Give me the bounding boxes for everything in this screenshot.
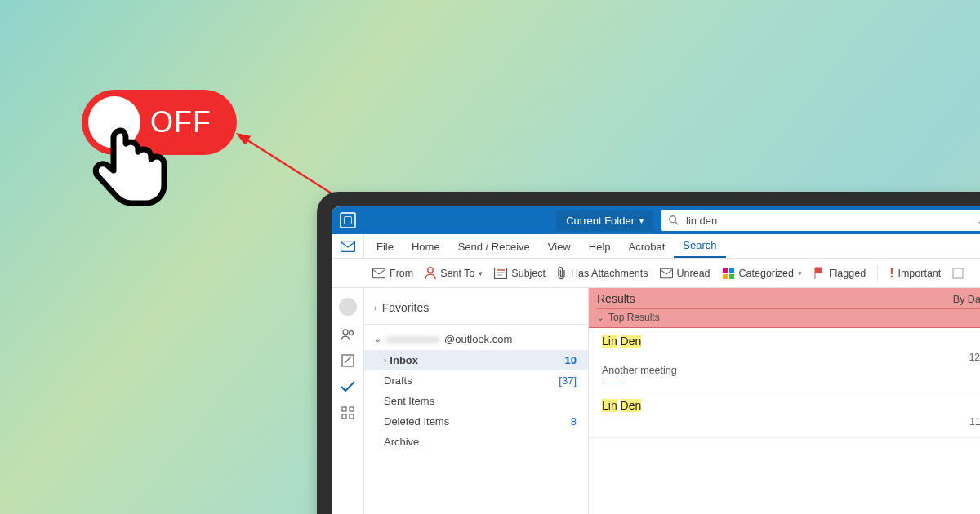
folder-inbox[interactable]: ›Inbox 10 <box>364 350 588 370</box>
chevron-down-icon: ⌄ <box>597 313 604 322</box>
search-scope-dropdown[interactable]: Current Folder ▾ <box>556 210 653 231</box>
menu-help[interactable]: Help <box>580 236 620 258</box>
menu-bar: File Home Send / Receive View Help Acrob… <box>332 234 980 259</box>
folder-count: [37] <box>559 374 577 387</box>
outlook-app-icon <box>340 212 356 228</box>
ribbon-flagged[interactable]: Flagged <box>813 267 866 280</box>
message-sender: Lin Den <box>602 399 641 412</box>
chevron-down-icon: ▾ <box>639 216 644 225</box>
svg-rect-11 <box>723 268 728 273</box>
menu-home[interactable]: Home <box>403 236 449 258</box>
message-sender: Lin Den <box>602 335 641 348</box>
sort-by-date[interactable]: By Date ⌄ <box>953 293 980 305</box>
folder-count: 10 <box>565 354 577 366</box>
ribbon-subject[interactable]: Subject <box>494 268 546 279</box>
svg-point-16 <box>343 330 348 335</box>
folder-archive[interactable]: Archive <box>364 432 588 452</box>
search-input[interactable] <box>686 215 970 227</box>
svg-rect-19 <box>342 407 346 411</box>
message-time: 11:52 AM <box>969 416 980 428</box>
svg-point-1 <box>670 216 676 223</box>
folder-deleted-items[interactable]: Deleted Items 8 <box>364 411 588 432</box>
results-pane: Results By Date ⌄ ↑ ⌄ Top Results <box>589 288 980 514</box>
outlook-window: Current Folder ▾ ⌄ ✕ File Ho <box>332 206 980 514</box>
folder-sent-items[interactable]: Sent Items <box>364 391 588 411</box>
svg-rect-12 <box>729 268 734 273</box>
svg-rect-4 <box>372 268 385 278</box>
more-apps-icon[interactable] <box>341 405 355 420</box>
svg-point-17 <box>349 331 353 335</box>
ribbon-sent-to[interactable]: Sent To ▾ <box>425 267 483 280</box>
menu-view[interactable]: View <box>539 236 580 258</box>
ribbon-important[interactable]: ! Important <box>889 266 941 281</box>
chevron-right-icon: › <box>384 356 386 365</box>
svg-rect-21 <box>342 414 346 419</box>
results-title: Results <box>597 292 635 305</box>
search-icon <box>668 215 679 226</box>
svg-rect-3 <box>341 241 354 251</box>
folder-count: 8 <box>571 415 577 428</box>
svg-rect-13 <box>723 274 728 279</box>
menu-send-receive[interactable]: Send / Receive <box>449 236 539 258</box>
tasks-icon[interactable] <box>341 379 355 394</box>
folder-pane: › Favorites ⌄ xxxxxxxxxx@outlook.com ›In… <box>364 288 589 514</box>
message-accent <box>602 383 625 383</box>
mail-module-icon[interactable] <box>332 234 364 259</box>
menu-acrobat[interactable]: Acrobat <box>620 236 675 258</box>
pointer-hand-icon <box>90 122 180 220</box>
message-subject: Another meeting <box>602 365 980 376</box>
svg-rect-22 <box>350 414 354 419</box>
folder-drafts[interactable]: Drafts [37] <box>364 370 588 391</box>
message-time: 12:32 PM <box>969 352 980 363</box>
svg-point-5 <box>428 267 433 272</box>
search-scope-label: Current Folder <box>566 215 635 227</box>
important-icon: ! <box>889 266 893 281</box>
chevron-down-icon: ▾ <box>479 269 483 277</box>
search-box[interactable]: ⌄ ✕ <box>662 210 980 231</box>
chevron-down-icon: ▾ <box>798 269 802 277</box>
people-icon[interactable] <box>341 327 355 342</box>
svg-rect-10 <box>660 268 672 278</box>
svg-rect-14 <box>729 274 734 279</box>
title-bar: Current Folder ▾ ⌄ ✕ <box>332 206 980 234</box>
ribbon-from[interactable]: From <box>372 268 413 279</box>
divider <box>364 324 588 325</box>
account-header[interactable]: ⌄ xxxxxxxxxx@outlook.com <box>364 328 588 350</box>
svg-rect-15 <box>953 268 963 278</box>
menu-search[interactable]: Search <box>674 234 725 258</box>
account-avatar[interactable] <box>339 298 357 316</box>
chevron-down-icon[interactable]: ⌄ <box>977 216 980 225</box>
notes-icon[interactable] <box>341 353 355 368</box>
message-item[interactable]: Lin Den 12:32 PM Another meeting <box>589 328 980 392</box>
ribbon-unread[interactable]: Unread <box>660 268 710 279</box>
svg-line-2 <box>675 222 679 225</box>
laptop-frame: Current Folder ▾ ⌄ ✕ File Ho <box>317 192 980 514</box>
ribbon-separator <box>877 265 878 281</box>
ribbon-categorized[interactable]: Categorized ▾ <box>722 267 802 280</box>
menu-file[interactable]: File <box>368 236 403 258</box>
svg-rect-20 <box>350 407 354 411</box>
body: › Favorites ⌄ xxxxxxxxxx@outlook.com ›In… <box>332 288 980 514</box>
favorites-section[interactable]: › Favorites <box>364 295 588 321</box>
chevron-down-icon: ⌄ <box>374 334 381 344</box>
top-results-group[interactable]: ⌄ Top Results <box>597 308 980 327</box>
results-header-highlight: Results By Date ⌄ ↑ ⌄ Top Results <box>589 288 980 328</box>
search-ribbon: From Sent To ▾ Subject Has Attachments <box>332 259 980 288</box>
ribbon-more[interactable] <box>952 268 964 279</box>
svg-rect-18 <box>342 355 354 366</box>
account-name-blurred: xxxxxxxxxx <box>386 333 439 345</box>
message-item[interactable]: Lin Den 11:52 AM <box>589 392 980 438</box>
chevron-right-icon: › <box>374 303 377 312</box>
ribbon-has-attachments[interactable]: Has Attachments <box>557 267 648 280</box>
left-rail <box>332 288 364 514</box>
